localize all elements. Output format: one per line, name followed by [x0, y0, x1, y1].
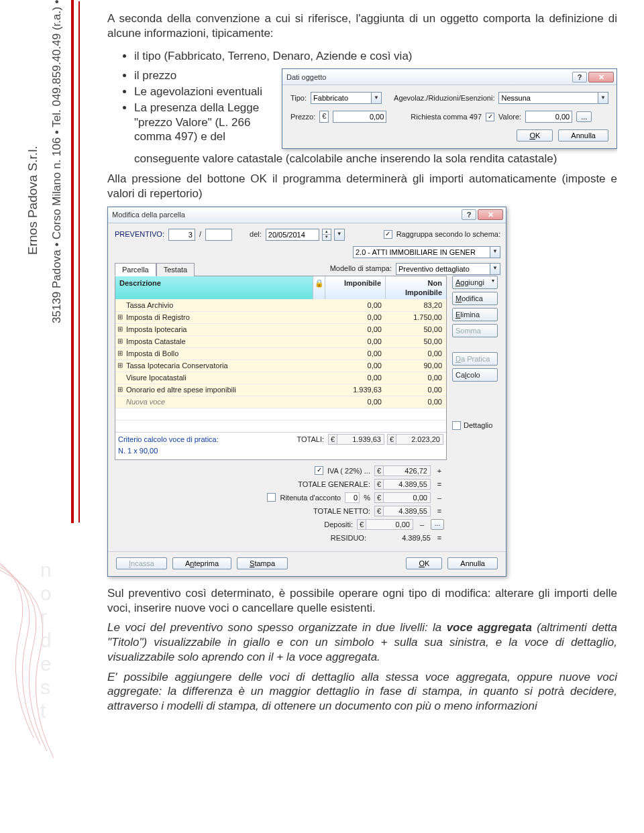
del-date-input[interactable]	[266, 229, 319, 241]
ok-button[interactable]: OKOK	[406, 557, 442, 569]
expand-icon[interactable]: ⊞	[115, 362, 125, 370]
valore-label: Valore:	[498, 112, 521, 121]
dettaglio-checkbox[interactable]	[452, 421, 461, 430]
schema-input[interactable]	[353, 246, 490, 258]
raggruppa-checkbox[interactable]: ✓	[384, 230, 392, 239]
chevron-down-icon[interactable]: ▼	[490, 246, 500, 258]
table-row[interactable]: ⊞Imposta Catastale0,0050,00	[115, 335, 446, 347]
dettaglio-label: Dettaglio	[464, 421, 492, 430]
richiesta-checkbox[interactable]: ✓	[486, 113, 494, 121]
italic-paragraph-2: E' possibile aggiungere delle voci di de…	[107, 670, 617, 714]
iva-label: IVA ( 22%) ...	[327, 466, 370, 476]
somma-button[interactable]: Somma	[452, 324, 498, 337]
table-row[interactable]: Nuova voce0,000,00	[115, 396, 446, 408]
table-row[interactable]: ⊞Imposta di Registro0,001.750,00	[115, 311, 446, 323]
wrapped-block: Dati oggetto ? ✕ Tipo: ▼ Agevolaz./Riduz…	[107, 68, 617, 154]
table-row[interactable]: Tassa Archivio0,0083,20	[115, 299, 446, 311]
tab-testata[interactable]: Testata	[156, 263, 195, 276]
annulla-button[interactable]: Annulla	[558, 129, 608, 142]
chevron-down-icon[interactable]: ▼	[334, 229, 345, 241]
cell-non-imponibile: 83,20	[386, 300, 446, 310]
cell-non-imponibile: 0,00	[386, 349, 446, 358]
col-lock-icon: 🔒	[313, 276, 325, 299]
modello-combo[interactable]: ▼	[396, 263, 500, 275]
table-row[interactable]: ⊞Onorario ed altre spese imponibili1.939…	[115, 384, 446, 396]
richiesta-label: Richiesta comma 497	[411, 112, 482, 121]
close-button[interactable]: ✕	[588, 72, 614, 82]
modello-input[interactable]	[396, 263, 490, 275]
expand-icon[interactable]: ⊞	[115, 349, 125, 358]
side-buttons: AAggiungiggiungi▾ ModificaModifica Elimi…	[452, 276, 500, 546]
col-descrizione[interactable]: Descrizione	[115, 276, 313, 299]
ok-button[interactable]: OOKK	[517, 129, 553, 142]
iva-checkbox[interactable]: ✓	[315, 466, 323, 475]
preventivo-year-input[interactable]	[205, 229, 232, 241]
agevol-label: Agevolaz./Riduzioni/Esenzioni:	[394, 93, 494, 103]
main-text-column: A seconda della convenzione a cui si rif…	[107, 0, 617, 719]
table-row	[115, 420, 446, 432]
expand-icon[interactable]: ⊞	[115, 313, 125, 322]
close-button[interactable]: ✕	[478, 209, 503, 220]
tipo-label: Tipo:	[290, 93, 307, 103]
table-row[interactable]: ⊞Imposta di Bollo0,000,00	[115, 347, 446, 359]
prezzo-input[interactable]	[333, 111, 386, 123]
annulla-button[interactable]: Annulla	[447, 557, 498, 569]
valore-dots-button[interactable]: ...	[576, 111, 592, 122]
incassa-button[interactable]: IncassaIncassa	[116, 557, 167, 569]
preventivo-num-input[interactable]	[168, 229, 195, 241]
table-row[interactable]: ⊞Tassa Ipotecaria Conservatoria0,0090,00	[115, 359, 446, 372]
chevron-down-icon[interactable]: ▼	[490, 263, 500, 275]
expand-icon[interactable]: ⊞	[115, 325, 125, 334]
depositi-dots-button[interactable]: ...	[431, 519, 444, 530]
table-row[interactable]: ⊞Imposta Ipotecaria0,0050,00	[115, 323, 446, 335]
tipo-input[interactable]	[311, 92, 371, 104]
ritenuta-pct-input[interactable]	[345, 492, 360, 503]
aggiungi-button[interactable]: AAggiungiggiungi▾	[452, 276, 498, 289]
chevron-down-icon[interactable]: ▼	[598, 92, 608, 104]
agevol-combo[interactable]: ▼	[498, 92, 608, 104]
vertical-rule-left	[71, 0, 74, 523]
expand-icon[interactable]: ⊞	[115, 337, 125, 346]
modifica-button[interactable]: ModificaModifica	[452, 292, 498, 305]
svg-text:r: r	[40, 606, 47, 628]
col-imponibile[interactable]: Imponibile	[325, 276, 386, 299]
cell-imponibile: 0,00	[325, 337, 386, 346]
bullet-item: La presenza della Legge "prezzo Valore" …	[134, 101, 295, 144]
titlebar[interactable]: Modifica della parcella ? ✕	[108, 207, 506, 223]
elimina-button[interactable]: EliminaElimina	[452, 308, 498, 321]
titlebar[interactable]: Dati oggetto ? ✕	[282, 69, 616, 85]
eq-sign: =	[435, 533, 444, 543]
document-page: Ernos Padova S.r.l. 35139 Padova • Corso…	[0, 0, 644, 833]
tipo-combo[interactable]: ▼	[311, 92, 382, 104]
intro-paragraph: A seconda della convenzione a cui si rif…	[107, 11, 617, 41]
cell-imponibile: 0,00	[325, 300, 386, 310]
help-button[interactable]: ?	[572, 72, 587, 82]
date-spinner[interactable]: ▲▼	[322, 229, 331, 241]
schema-combo[interactable]: ▼	[353, 246, 500, 258]
col-non-imponibile[interactable]: Non Imponibile	[386, 276, 446, 299]
residuo-label: RESIDUO:	[331, 533, 366, 543]
wrapped-bullets: il prezzo Le agevolazioni eventuali La p…	[134, 68, 295, 144]
tab-parcella[interactable]: Parcella	[115, 263, 156, 276]
cell-descrizione: Imposta di Bollo	[125, 349, 313, 358]
calcolo-button[interactable]: CalcoloCalcolo	[452, 368, 498, 382]
depositi-label: Depositi:	[324, 520, 353, 529]
cell-non-imponibile: 0,00	[386, 397, 446, 406]
expand-icon[interactable]: ⊞	[115, 386, 125, 394]
bullet-item: Le agevolazioni eventuali	[134, 85, 295, 99]
valore-input[interactable]	[525, 111, 572, 123]
da-pratica-button[interactable]: Da PraticaDa Pratica	[452, 352, 498, 366]
chevron-down-icon[interactable]: ▼	[371, 92, 382, 104]
agevol-input[interactable]	[498, 92, 598, 104]
voci-table: Descrizione 🔒 Imponibile Non Imponibile …	[115, 276, 447, 460]
totali-label: TOTALI:	[297, 435, 324, 444]
iva-value: 426,72	[384, 465, 431, 476]
eq-sign: =	[435, 506, 444, 516]
anteprima-button[interactable]: AnteprimaAnteprima	[172, 557, 231, 569]
footer-company: Ernos Padova S.r.l.	[25, 146, 40, 255]
ritenuta-value: 0,00	[384, 492, 431, 503]
ritenuta-checkbox[interactable]	[267, 493, 276, 502]
help-button[interactable]: ?	[462, 209, 476, 220]
stampa-button[interactable]: StampaStampa	[237, 557, 288, 569]
table-row[interactable]: Visure Ipocatastali0,000,00	[115, 372, 446, 384]
